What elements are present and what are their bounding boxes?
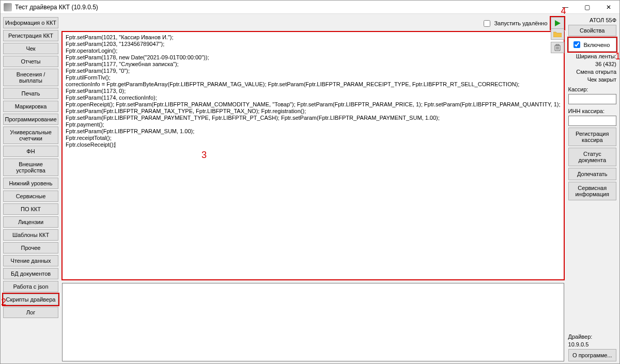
nav-item-18[interactable]: БД документов — [3, 268, 58, 279]
nav-item-16[interactable]: Прочее — [3, 242, 58, 254]
nav-item-15[interactable]: Шаблоны ККТ — [3, 229, 58, 241]
nav-item-7[interactable]: Программирование — [3, 114, 58, 125]
app-icon — [4, 3, 12, 11]
nav-item-6[interactable]: Маркировка — [3, 101, 58, 112]
enabled-input[interactable] — [574, 41, 580, 48]
nav-item-0[interactable]: Информация о ККТ — [3, 17, 58, 28]
tape-width-label: Ширина ленты: — [568, 53, 616, 59]
open-folder-button[interactable] — [551, 28, 564, 40]
nav-item-11[interactable]: Нижний уровень — [3, 178, 58, 189]
window-title: Тест драйвера ККТ (10.9.0.5) — [15, 4, 554, 11]
nav-item-19[interactable]: Работа с json — [3, 281, 58, 292]
play-icon — [554, 20, 561, 27]
cashier-inn-label: ИНН кассира: — [568, 108, 616, 114]
run-remote-checkbox[interactable]: Запустить удалённо — [482, 19, 547, 28]
delete-button[interactable] — [551, 42, 564, 53]
run-remote-label: Запустить удалённо — [494, 20, 547, 26]
window-controls: — ▢ ✕ — [554, 1, 619, 13]
output-area[interactable] — [62, 283, 564, 361]
nav-item-3[interactable]: Отчеты — [3, 56, 58, 67]
nav-item-21[interactable]: Лог — [3, 307, 58, 318]
nav-item-17[interactable]: Чтение данных — [3, 255, 58, 266]
nav-item-13[interactable]: ПО ККТ — [3, 203, 58, 215]
script-editor[interactable]: Fptr.setParam(1021, "Кассир Иванов И.");… — [62, 31, 564, 280]
close-button[interactable]: ✕ — [598, 1, 619, 13]
receipt-status: Чек закрыт — [568, 76, 616, 83]
nav-item-20[interactable]: Скрипты драйвера — [3, 294, 58, 305]
enabled-label: Включено — [584, 42, 610, 48]
nav-item-8[interactable]: Универсальные счетчики — [3, 126, 58, 144]
run-remote-input[interactable] — [484, 20, 490, 27]
properties-button[interactable]: Свойства — [568, 25, 616, 36]
tape-width-value: 36 (432) — [568, 61, 616, 67]
right-panel: АТОЛ 55Ф Свойства Включено 1 Ширина лент… — [566, 14, 619, 364]
about-button[interactable]: О программе... — [568, 349, 616, 361]
run-script-button[interactable] — [551, 17, 564, 29]
trash-icon — [554, 44, 561, 51]
cashier-label: Кассир: — [568, 86, 616, 92]
shift-status: Смена открыта — [568, 69, 616, 75]
minimize-button[interactable]: — — [554, 1, 576, 13]
titlebar: Тест драйвера ККТ (10.9.0.5) — ▢ ✕ — [1, 1, 619, 14]
nav-item-4[interactable]: Внесения / выплаты — [3, 69, 58, 86]
left-nav: Информация о ККТРегистрация ККТЧекОтчеты… — [1, 14, 61, 364]
enabled-checkbox[interactable]: Включено — [568, 38, 616, 52]
cashier-input[interactable] — [568, 94, 616, 104]
folder-icon — [553, 31, 562, 37]
nav-item-1[interactable]: Регистрация ККТ — [3, 30, 58, 41]
register-cashier-button[interactable]: Регистрация кассира — [568, 128, 616, 146]
nav-item-12[interactable]: Сервисные — [3, 191, 58, 202]
document-status-button[interactable]: Статус документа — [568, 148, 616, 166]
maximize-button[interactable]: ▢ — [576, 1, 598, 13]
driver-version: 10.9.0.5 — [568, 341, 616, 347]
nav-item-14[interactable]: Лицензии — [3, 216, 58, 228]
svg-marker-0 — [555, 20, 561, 26]
driver-label: Драйвер: — [568, 334, 616, 340]
nav-item-9[interactable]: ФН — [3, 146, 58, 157]
cashier-inn-input[interactable] — [568, 116, 616, 126]
nav-item-5[interactable]: Печать — [3, 88, 58, 99]
service-info-button[interactable]: Сервисная информация — [568, 182, 616, 200]
device-name: АТОЛ 55Ф — [568, 17, 616, 23]
text-cursor — [115, 142, 115, 148]
nav-item-10[interactable]: Внешние устройства — [3, 159, 58, 176]
nav-item-2[interactable]: Чек — [3, 43, 58, 54]
script-toolbar: Запустить удалённо 4 — [62, 17, 564, 29]
center-panel: Запустить удалённо 4 Fptr.setParam(1021,… — [61, 14, 566, 364]
reprint-button[interactable]: Допечатать — [568, 168, 616, 180]
